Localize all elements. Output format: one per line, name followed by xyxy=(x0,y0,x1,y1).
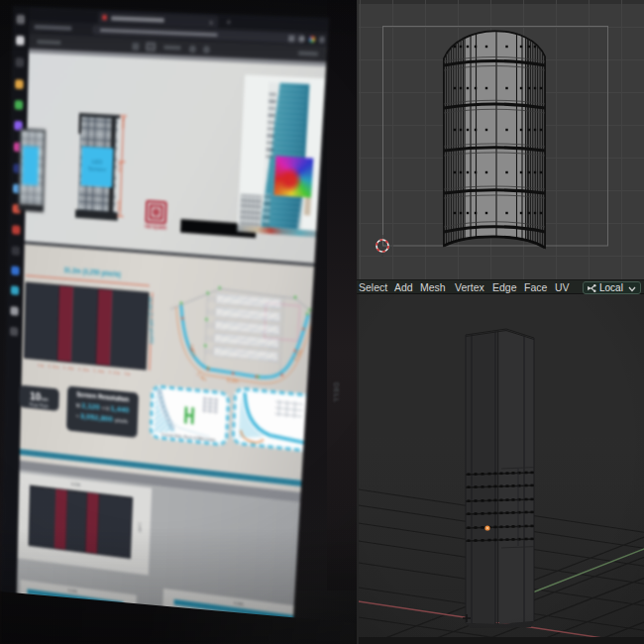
svg-text:5.2m: 5.2m xyxy=(227,376,240,383)
svg-text:5.6m: 5.6m xyxy=(292,348,303,362)
svg-text:2.4m: 2.4m xyxy=(196,371,209,383)
